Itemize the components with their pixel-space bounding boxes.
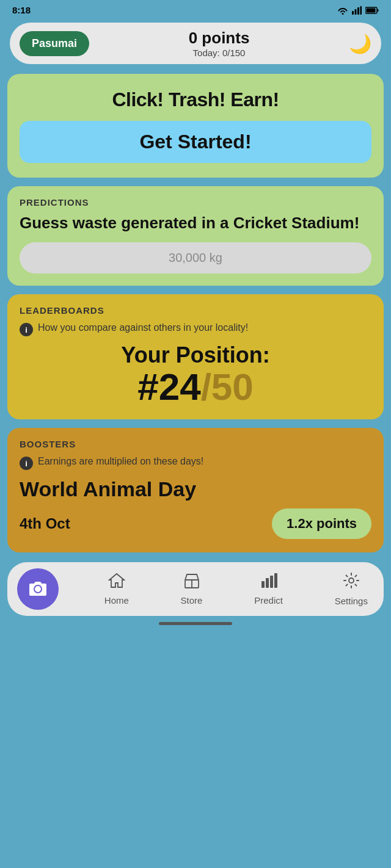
prediction-input[interactable]: 30,000 kg <box>20 242 371 273</box>
wifi-icon <box>337 6 348 15</box>
svg-rect-6 <box>378 9 379 12</box>
predictions-card: PREDICTIONS Guess waste generated in a C… <box>7 186 384 286</box>
position-label: Your Position: <box>20 342 371 368</box>
leaderboard-info-text: How you compare against others in your l… <box>38 322 248 335</box>
boosters-info-icon: i <box>20 457 33 470</box>
nav-home-label: Home <box>104 595 129 606</box>
position-value: #24/50 <box>20 368 371 406</box>
bottom-nav: Home Store Predict <box>7 562 384 616</box>
position-rank: #24 <box>137 366 200 408</box>
nav-store[interactable]: Store <box>175 569 209 609</box>
boosters-info-row: i Earnings are multiplied on these days! <box>20 455 371 470</box>
cards-container: Click! Trash! Earn! Get Started! PREDICT… <box>0 74 391 552</box>
nav-predict-label: Predict <box>254 595 283 606</box>
click-trash-card: Click! Trash! Earn! Get Started! <box>7 74 384 178</box>
svg-rect-11 <box>266 578 269 588</box>
status-icons <box>337 6 379 15</box>
predictions-label: PREDICTIONS <box>20 197 371 208</box>
leaderboard-card: LEADERBOARDS i How you compare against o… <box>7 294 384 419</box>
battery-icon <box>365 7 379 14</box>
home-indicator <box>159 622 232 625</box>
booster-event-name: World Animal Day <box>20 477 371 501</box>
dark-mode-icon[interactable]: 🌙 <box>349 33 371 54</box>
signal-icon <box>352 6 362 15</box>
position-total: /50 <box>201 366 254 408</box>
leaderboard-info-icon: i <box>20 323 33 336</box>
click-trash-title: Click! Trash! Earn! <box>20 89 371 111</box>
svg-rect-12 <box>270 576 273 588</box>
leaderboard-label: LEADERBOARDS <box>20 305 371 316</box>
camera-button[interactable] <box>17 568 59 610</box>
booster-multiplier-badge: 1.2x points <box>272 508 371 539</box>
booster-footer: 4th Oct 1.2x points <box>20 508 371 539</box>
points-today: Today: 0/150 <box>89 48 349 58</box>
store-icon <box>183 573 200 593</box>
get-started-button[interactable]: Get Started! <box>20 121 371 163</box>
chart-icon <box>260 573 277 593</box>
booster-date: 4th Oct <box>20 515 70 532</box>
home-icon <box>108 573 125 593</box>
svg-rect-0 <box>352 11 354 15</box>
nav-settings-label: Settings <box>335 596 368 606</box>
camera-icon <box>28 580 48 598</box>
svg-rect-10 <box>261 581 265 588</box>
header: Pasumai 0 points Today: 0/150 🌙 <box>10 23 381 64</box>
brand-button[interactable]: Pasumai <box>20 31 89 56</box>
boosters-info-text: Earnings are multiplied on these days! <box>38 455 203 468</box>
boosters-card: BOOSTERS i Earnings are multiplied on th… <box>7 428 384 552</box>
nav-store-label: Store <box>181 595 203 606</box>
points-value: 0 points <box>89 29 349 48</box>
nav-predict[interactable]: Predict <box>248 569 289 609</box>
leaderboard-info-row: i How you compare against others in your… <box>20 322 371 336</box>
predictions-description: Guess waste generated in a Cricket Stadi… <box>20 214 371 233</box>
svg-rect-5 <box>367 8 376 12</box>
status-time: 8:18 <box>12 5 31 15</box>
nav-settings[interactable]: Settings <box>329 568 374 610</box>
points-display: 0 points Today: 0/150 <box>89 29 349 58</box>
svg-rect-3 <box>360 6 362 15</box>
svg-rect-2 <box>357 7 359 15</box>
svg-rect-13 <box>274 573 277 588</box>
nav-home[interactable]: Home <box>98 569 135 609</box>
gear-icon <box>343 572 360 593</box>
svg-point-14 <box>349 578 354 583</box>
boosters-label: BOOSTERS <box>20 439 371 449</box>
svg-rect-1 <box>355 9 357 15</box>
status-bar: 8:18 <box>0 0 391 18</box>
